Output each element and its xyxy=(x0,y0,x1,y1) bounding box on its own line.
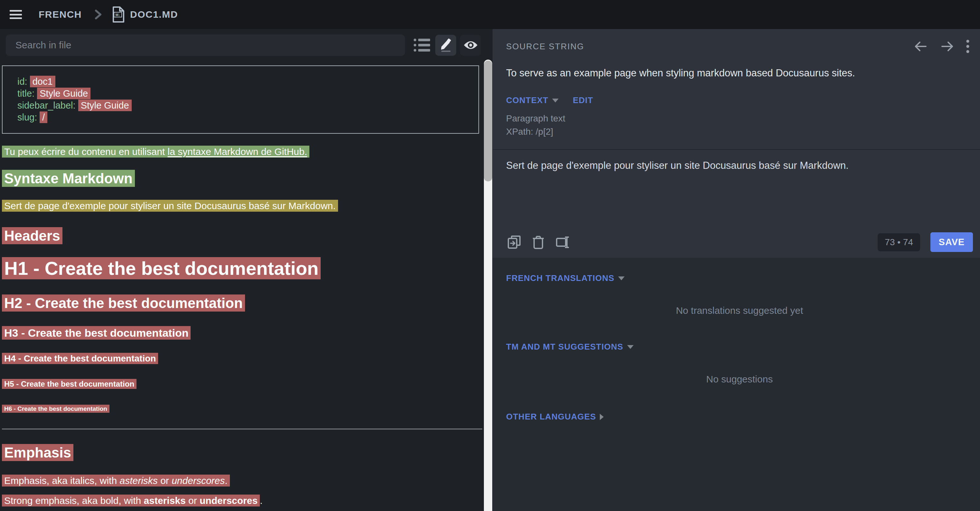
dropdown-triangle-icon xyxy=(552,99,558,102)
source-string-section: SOURCE STRING xyxy=(493,29,980,258)
other-languages-toggle[interactable]: OTHER LANGUAGES xyxy=(506,412,596,422)
selected-source-string[interactable]: Sert de page d'exemple pour styliser un … xyxy=(2,200,338,212)
breadcrumb-file: DOC1.MD xyxy=(130,9,178,20)
source-string-header: SOURCE STRING xyxy=(506,29,973,53)
source-string-heading[interactable]: H5 - Create the best documentation xyxy=(2,379,137,389)
text-segment: . xyxy=(260,495,262,506)
context-block: CONTEXT EDIT Paragraph text XPath: /p[2] xyxy=(506,95,973,138)
edit-mode-button[interactable] xyxy=(435,35,456,56)
frontmatter-line: id: doc1 xyxy=(18,76,464,88)
yaml-key: slug: xyxy=(18,112,37,123)
yaml-key: sidebar_label: xyxy=(18,100,76,110)
context-toggle[interactable]: CONTEXT xyxy=(506,95,548,105)
source-string-strong[interactable]: Strong emphasis, aka bold, with asterisk… xyxy=(2,495,260,506)
frontmatter-line: sidebar_label: Style Guide xyxy=(18,99,464,112)
source-string-heading[interactable]: H6 - Create the best documentation xyxy=(2,405,110,413)
select-text-button[interactable] xyxy=(554,234,571,251)
heading-syntax: Syntaxe Markdown xyxy=(2,169,482,187)
text-segment: Emphasis, aka italics, with xyxy=(4,475,119,486)
frontmatter-line: title: Style Guide xyxy=(18,88,464,99)
italic-segment: underscores xyxy=(172,475,225,486)
tm-mt-suggestions-toggle[interactable]: TM AND MT SUGGESTIONS xyxy=(506,342,623,352)
pencil-icon xyxy=(439,38,452,52)
text-segment: . xyxy=(225,475,227,486)
yaml-value-string[interactable]: Style Guide xyxy=(78,99,132,111)
scrollbar-thumb[interactable] xyxy=(484,61,492,181)
text-segment: Strong emphasis, aka bold, with xyxy=(4,495,144,506)
document-toolbar xyxy=(0,29,484,61)
char-count-badge: 73 • 74 xyxy=(878,233,920,251)
context-line: XPath: /p[2] xyxy=(506,125,973,138)
text-segment: or xyxy=(186,495,200,506)
context-line: Paragraph text xyxy=(506,112,973,125)
yaml-value-string[interactable]: / xyxy=(40,112,47,123)
more-options-button[interactable] xyxy=(964,37,972,56)
context-details: Paragraph text XPath: /p[2] xyxy=(506,112,973,138)
paragraph: Tu peux écrire du contenu en utilisant l… xyxy=(2,145,482,158)
translation-editor: Sert de page d'exemple pour styliser un … xyxy=(506,150,973,258)
french-translations-toggle[interactable]: FRENCH TRANSLATIONS xyxy=(506,273,614,283)
source-string-emphasis[interactable]: Emphasis, aka italics, with asterisks or… xyxy=(2,474,230,487)
heading-h5: H5 - Create the best documentation xyxy=(2,379,482,389)
search-input[interactable] xyxy=(6,35,405,56)
yaml-value-string[interactable]: doc1 xyxy=(30,76,56,87)
heading-headers: Headers xyxy=(2,227,482,245)
paragraph: Strong emphasis, aka bold, with asterisk… xyxy=(2,495,482,507)
heading-emphasis: Emphasis xyxy=(2,444,482,462)
save-button[interactable]: SAVE xyxy=(931,232,973,252)
strings-list-button[interactable] xyxy=(412,35,431,56)
source-string-heading[interactable]: H3 - Create the best documentation xyxy=(2,326,191,340)
preview-mode-button[interactable] xyxy=(460,35,481,56)
yaml-key: title: xyxy=(18,88,35,99)
arrow-right-icon xyxy=(941,41,954,52)
source-string-heading[interactable]: H2 - Create the best documentation xyxy=(2,294,245,311)
heading-h3: H3 - Create the best documentation xyxy=(2,326,482,340)
markdown-syntax-link[interactable]: la syntaxe Markdown de GitHub. xyxy=(168,146,307,157)
scrollbar-track[interactable] xyxy=(484,60,492,511)
clear-translation-button[interactable] xyxy=(531,234,546,251)
section-title: SOURCE STRING xyxy=(506,42,584,51)
heading-h1: H1 - Create the best documentation xyxy=(2,257,482,280)
previous-string-button[interactable] xyxy=(912,39,929,54)
italic-segment: asterisks xyxy=(119,475,158,486)
translation-input[interactable]: Sert de page d'exemple pour styliser un … xyxy=(506,150,973,172)
paragraph: Emphasis, aka italics, with asterisks or… xyxy=(2,474,482,487)
source-string-heading[interactable]: Headers xyxy=(2,227,62,244)
source-string-heading[interactable]: Syntaxe Markdown xyxy=(2,170,135,187)
translation-toolbar: 73 • 74 SAVE xyxy=(506,232,973,258)
arrow-left-icon xyxy=(914,41,927,52)
topbar: FRENCH M↓ DOC1.MD xyxy=(0,0,980,29)
bold-segment: asterisks xyxy=(144,495,186,506)
source-string-text: To serve as an example page when styling… xyxy=(506,67,973,79)
dropdown-triangle-icon xyxy=(627,345,633,349)
collapsed-triangle-icon xyxy=(600,414,604,420)
heading-h2: H2 - Create the best documentation xyxy=(2,294,482,312)
source-string-heading[interactable]: H4 - Create the best documentation xyxy=(2,353,158,364)
markdown-file-icon: M↓ xyxy=(111,6,125,23)
yaml-key: id: xyxy=(18,77,27,87)
edit-context-button[interactable]: EDIT xyxy=(573,95,593,105)
copy-icon xyxy=(508,235,521,249)
document-content: id: doc1 title: Style Guide sidebar_labe… xyxy=(0,61,484,511)
kebab-menu-icon xyxy=(966,39,970,53)
source-string-intro[interactable]: Tu peux écrire du contenu en utilisant l… xyxy=(2,145,309,158)
document-panel: id: doc1 title: Style Guide sidebar_labe… xyxy=(0,29,484,511)
hamburger-menu-icon[interactable] xyxy=(10,10,22,19)
frontmatter-block: id: doc1 title: Style Guide sidebar_labe… xyxy=(2,65,479,134)
yaml-value-string[interactable]: Style Guide xyxy=(37,88,91,99)
heading-h4: H4 - Create the best documentation xyxy=(2,353,482,364)
copy-source-button[interactable] xyxy=(506,234,522,251)
french-translations-empty: No translations suggested yet xyxy=(506,283,973,338)
translation-panel: SOURCE STRING xyxy=(493,29,980,511)
tm-mt-suggestions-empty: No suggestions xyxy=(506,352,973,407)
suggestions-section: FRENCH TRANSLATIONS No translations sugg… xyxy=(493,258,980,511)
source-string-heading[interactable]: Emphasis xyxy=(2,444,73,461)
trash-icon xyxy=(533,235,544,249)
frontmatter-line: slug: / xyxy=(18,112,464,123)
dropdown-triangle-icon xyxy=(618,276,625,280)
next-string-button[interactable] xyxy=(939,39,956,54)
breadcrumb-project[interactable]: FRENCH xyxy=(39,9,82,20)
text-segment: or xyxy=(158,475,172,486)
source-string-heading[interactable]: H1 - Create the best documentation xyxy=(2,257,321,279)
horizontal-rule xyxy=(2,428,482,430)
